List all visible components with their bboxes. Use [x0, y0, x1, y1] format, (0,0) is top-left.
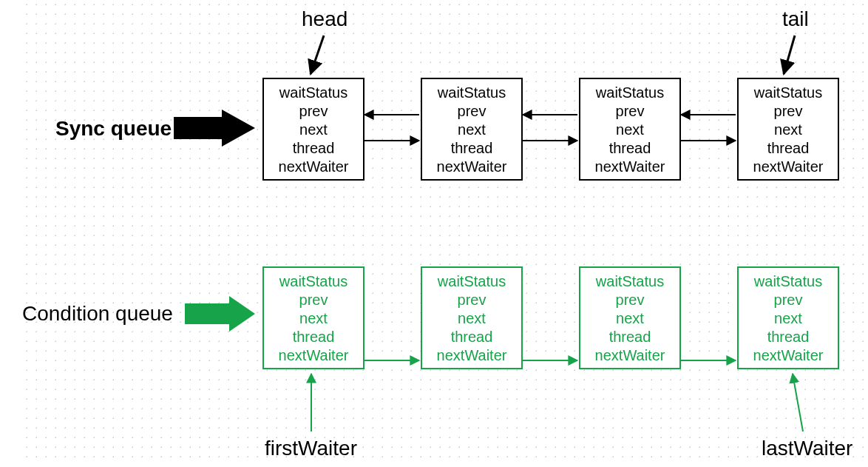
sync-node-2: waitStatus prev next thread nextWaiter	[421, 78, 523, 181]
field-prev: prev	[265, 291, 362, 309]
field-next: next	[265, 121, 362, 139]
field-thread: thread	[582, 328, 678, 346]
condition-queue-label: Condition queue	[22, 302, 173, 326]
field-prev: prev	[740, 102, 836, 121]
field-thread: thread	[424, 328, 520, 346]
head-pointer-label: head	[302, 7, 347, 31]
field-next: next	[424, 121, 520, 139]
sync-node-3: waitStatus prev next thread nextWaiter	[579, 78, 681, 181]
field-waitStatus: waitStatus	[265, 272, 362, 291]
field-nextWaiter: nextWaiter	[265, 158, 362, 176]
field-nextWaiter: nextWaiter	[424, 346, 520, 365]
cond-node-4: waitStatus prev next thread nextWaiter	[737, 266, 839, 369]
first-waiter-label: firstWaiter	[265, 437, 357, 460]
field-prev: prev	[582, 102, 678, 121]
field-nextWaiter: nextWaiter	[265, 346, 362, 365]
field-waitStatus: waitStatus	[582, 272, 678, 291]
field-nextWaiter: nextWaiter	[582, 346, 678, 365]
dot-grid-background	[22, 0, 868, 459]
field-waitStatus: waitStatus	[740, 272, 836, 291]
field-waitStatus: waitStatus	[265, 84, 362, 102]
field-next: next	[424, 309, 520, 328]
field-thread: thread	[265, 328, 362, 346]
sync-queue-label: Sync queue	[55, 117, 172, 141]
field-waitStatus: waitStatus	[424, 272, 520, 291]
field-next: next	[740, 309, 836, 328]
field-prev: prev	[424, 291, 520, 309]
field-next: next	[740, 121, 836, 139]
field-waitStatus: waitStatus	[740, 84, 836, 102]
cond-node-2: waitStatus prev next thread nextWaiter	[421, 266, 523, 369]
field-prev: prev	[265, 102, 362, 121]
field-prev: prev	[424, 102, 520, 121]
field-thread: thread	[265, 139, 362, 158]
field-nextWaiter: nextWaiter	[424, 158, 520, 176]
field-thread: thread	[582, 139, 678, 158]
field-next: next	[582, 121, 678, 139]
cond-node-1: waitStatus prev next thread nextWaiter	[262, 266, 365, 369]
last-waiter-label: lastWaiter	[762, 437, 852, 460]
cond-node-3: waitStatus prev next thread nextWaiter	[579, 266, 681, 369]
field-thread: thread	[424, 139, 520, 158]
field-prev: prev	[582, 291, 678, 309]
tail-pointer-label: tail	[782, 7, 809, 31]
field-waitStatus: waitStatus	[424, 84, 520, 102]
field-nextWaiter: nextWaiter	[740, 158, 836, 176]
field-thread: thread	[740, 328, 836, 346]
field-nextWaiter: nextWaiter	[740, 346, 836, 365]
sync-node-4: waitStatus prev next thread nextWaiter	[737, 78, 839, 181]
field-next: next	[582, 309, 678, 328]
sync-node-1: waitStatus prev next thread nextWaiter	[262, 78, 365, 181]
field-prev: prev	[740, 291, 836, 309]
field-next: next	[265, 309, 362, 328]
field-thread: thread	[740, 139, 836, 158]
field-nextWaiter: nextWaiter	[582, 158, 678, 176]
field-waitStatus: waitStatus	[582, 84, 678, 102]
